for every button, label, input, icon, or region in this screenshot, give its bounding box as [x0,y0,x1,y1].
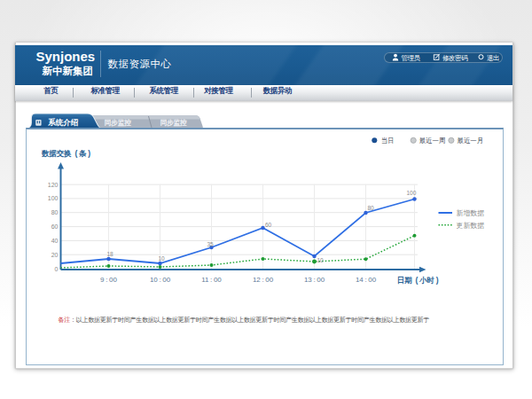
svg-text:更新数据: 更新数据 [456,221,484,229]
svg-text:0: 0 [54,265,58,271]
svg-text:80: 80 [51,209,58,215]
svg-text:100: 100 [47,195,58,201]
svg-text:35: 35 [207,241,214,247]
svg-text:60: 60 [51,223,58,230]
svg-text:数据交换: 数据交换 [40,148,71,157]
svg-text:当日: 当日 [381,137,394,145]
svg-text:( 条 ): ( 条 ) [74,148,90,157]
svg-text:新增数据: 新增数据 [456,209,484,217]
svg-text:14 : 00: 14 : 00 [355,275,376,283]
svg-text:13 : 00: 13 : 00 [303,275,325,283]
svg-text:12 : 00: 12 : 00 [252,275,273,283]
svg-text:10: 10 [158,254,165,261]
svg-text:最近一周: 最近一周 [419,137,445,145]
svg-text:日期: 日期 [396,275,412,284]
svg-text:同步监控: 同步监控 [105,119,131,127]
svg-text:系统介绍: 系统介绍 [47,118,79,127]
svg-text:最近一月: 最近一月 [457,137,483,145]
svg-text:( 小时 ): ( 小时 ) [415,275,438,284]
svg-text:20: 20 [51,251,58,257]
svg-text:60: 60 [265,221,272,227]
svg-text:10: 10 [317,256,324,262]
svg-text:18: 18 [106,250,113,256]
svg-text:120: 120 [47,181,58,187]
svg-text:100: 100 [406,190,416,196]
svg-text:40: 40 [51,237,58,243]
svg-text:9 : 00: 9 : 00 [100,275,117,283]
svg-text:11 : 00: 11 : 00 [201,275,222,283]
svg-text:80: 80 [367,205,374,211]
svg-text:10 : 00: 10 : 00 [149,275,170,283]
svg-text:同步监控: 同步监控 [160,119,186,127]
